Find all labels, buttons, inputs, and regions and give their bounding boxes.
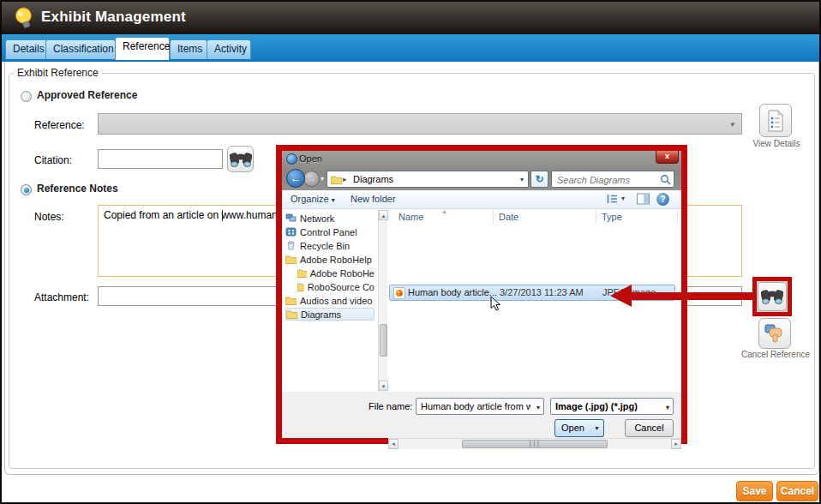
dialog-toolbar: Organize ▾ New folder ▾ ? bbox=[282, 190, 681, 209]
attachment-browse-highlight bbox=[752, 277, 792, 316]
reference-label: Reference: bbox=[34, 119, 85, 131]
scroll-left-icon[interactable]: ◂ bbox=[388, 439, 399, 449]
view-details-button[interactable] bbox=[759, 104, 792, 137]
chevron-down-icon: ▾ bbox=[730, 120, 734, 129]
tree-item-diagrams[interactable]: Diagrams bbox=[285, 308, 375, 321]
recent-pages-chevron-icon[interactable]: ▾ bbox=[321, 175, 324, 183]
citation-input[interactable] bbox=[98, 149, 223, 169]
tab-details[interactable]: Details bbox=[5, 39, 48, 59]
breadcrumb-folder[interactable]: Diagrams bbox=[353, 174, 393, 184]
approved-reference-label: Approved Reference bbox=[37, 89, 137, 101]
help-icon[interactable]: ? bbox=[656, 193, 669, 206]
text-caret bbox=[222, 210, 223, 221]
column-divider bbox=[596, 209, 596, 225]
tree-item-robosource[interactable]: RoboSource Co bbox=[297, 280, 375, 293]
attachment-browse-button[interactable] bbox=[758, 282, 787, 311]
binoculars-icon bbox=[761, 288, 783, 305]
new-folder-button[interactable]: New folder bbox=[351, 194, 396, 204]
breadcrumb-separator-icon: ▸ bbox=[343, 175, 347, 183]
open-dialog-icon bbox=[286, 153, 297, 165]
preview-pane-icon[interactable] bbox=[637, 193, 650, 205]
refresh-button[interactable]: ↻ bbox=[530, 171, 548, 188]
cancel-reference-label: Cancel Reference bbox=[737, 350, 814, 359]
open-button[interactable]: Open bbox=[554, 419, 591, 437]
file-name: Human body article... bbox=[408, 287, 497, 297]
dialog-footer: File name: Human body article from www.h… bbox=[282, 392, 681, 438]
tree-item-control-panel[interactable]: Control Panel bbox=[285, 225, 375, 238]
scroll-down-icon[interactable]: ▾ bbox=[379, 381, 388, 391]
views-chevron-icon[interactable]: ▾ bbox=[621, 195, 625, 202]
file-name-combo[interactable]: Human body article from www.hu ▾ bbox=[416, 398, 544, 415]
folder-icon bbox=[297, 282, 304, 291]
scrollbar-thumb[interactable]: ┃┃┃ bbox=[462, 440, 608, 448]
thumbs-down-icon bbox=[764, 323, 785, 344]
search-box[interactable] bbox=[551, 171, 674, 188]
reference-dropdown[interactable]: ▾ bbox=[98, 113, 742, 135]
control-panel-icon bbox=[285, 227, 297, 237]
cancel-button[interactable]: Cancel bbox=[776, 481, 818, 501]
tree-scrollbar[interactable]: ▴ ▾ bbox=[378, 210, 387, 392]
list-horizontal-scrollbar[interactable]: ◂ ┃┃┃ ▸ bbox=[388, 438, 681, 449]
save-button[interactable]: Save bbox=[736, 481, 773, 501]
column-divider bbox=[493, 209, 494, 225]
citation-search-button[interactable] bbox=[227, 146, 254, 172]
close-button[interactable]: x bbox=[656, 151, 679, 164]
column-divider bbox=[677, 209, 678, 225]
dialog-chrome: Open x ← → ▾ ▸ Diagrams ▾ ↻ bbox=[282, 151, 681, 190]
scrollbar-thumb[interactable] bbox=[380, 324, 387, 357]
forward-button[interactable]: → bbox=[303, 171, 320, 187]
jpeg-file-icon bbox=[393, 287, 405, 299]
recycle-bin-icon bbox=[285, 241, 297, 250]
column-header-type[interactable]: Type bbox=[602, 212, 622, 222]
chevron-down-icon: ▾ bbox=[332, 196, 335, 204]
search-input[interactable] bbox=[555, 172, 658, 188]
tab-classification[interactable]: Classification bbox=[45, 39, 116, 59]
tab-reference[interactable]: Reference bbox=[115, 37, 170, 60]
callout-arrow-head bbox=[610, 285, 632, 307]
folder-icon bbox=[285, 255, 297, 264]
chevron-down-icon: ▾ bbox=[536, 404, 540, 411]
attachment-label: Attachment: bbox=[34, 291, 89, 303]
address-chevron-icon[interactable]: ▾ bbox=[520, 176, 524, 183]
folder-icon bbox=[285, 296, 297, 305]
chevron-down-icon: ▾ bbox=[666, 404, 669, 411]
tree-item-audios-videos[interactable]: Audios and video bbox=[285, 294, 375, 307]
dialog-cancel-button[interactable]: Cancel bbox=[625, 419, 674, 437]
back-button[interactable]: ← bbox=[286, 169, 305, 188]
scroll-right-icon[interactable]: ▸ bbox=[671, 439, 681, 449]
folder-icon bbox=[331, 175, 342, 184]
view-details-label: View Details bbox=[742, 139, 811, 148]
binoculars-icon bbox=[230, 151, 252, 168]
groupbox-label: Exhibit Reference bbox=[14, 67, 102, 79]
views-icon[interactable] bbox=[606, 193, 618, 205]
approved-reference-radio[interactable] bbox=[21, 91, 32, 102]
address-bar[interactable]: ▸ Diagrams ▾ bbox=[327, 171, 529, 188]
exhibit-management-window: Exhibit Management Details Classificatio… bbox=[0, 0, 821, 504]
dialog-title: Open bbox=[299, 153, 322, 164]
scroll-up-icon[interactable]: ▴ bbox=[379, 210, 388, 220]
mouse-cursor bbox=[490, 296, 501, 312]
cancel-reference-button[interactable] bbox=[758, 318, 791, 349]
sort-ascending-icon: ▲ bbox=[441, 208, 447, 214]
title-bar: Exhibit Management bbox=[2, 2, 819, 34]
tree-item-adobe-robohelp[interactable]: Adobe RoboHelp bbox=[285, 253, 375, 266]
document-details-icon bbox=[766, 110, 785, 132]
column-header-date[interactable]: Date bbox=[499, 212, 518, 222]
file-type-combo[interactable]: Image (.jpg) (*.jpg) ▾ bbox=[550, 398, 674, 415]
lightbulb-icon bbox=[12, 5, 36, 31]
tab-activity[interactable]: Activity bbox=[207, 39, 251, 59]
tab-strip: Details Classification Reference Items A… bbox=[2, 34, 819, 62]
tree-item-adobe-robohelp-sub[interactable]: Adobe RoboHe bbox=[297, 267, 375, 279]
tree-item-network[interactable]: Network bbox=[285, 212, 375, 225]
tab-items[interactable]: Items bbox=[170, 39, 207, 59]
search-icon[interactable] bbox=[660, 174, 671, 185]
folder-icon bbox=[297, 268, 307, 278]
open-split-chevron-icon[interactable]: ▾ bbox=[590, 419, 604, 437]
tree-item-recycle-bin[interactable]: Recycle Bin bbox=[285, 239, 375, 252]
reference-notes-radio[interactable] bbox=[21, 184, 32, 195]
column-header-name[interactable]: Name bbox=[399, 212, 423, 222]
organize-menu[interactable]: Organize ▾ bbox=[291, 194, 335, 204]
notes-label: Notes: bbox=[34, 211, 64, 223]
notes-text: Copied from an article on www.human bbox=[104, 209, 278, 221]
file-date: 3/27/2013 11:23 AM bbox=[500, 287, 584, 297]
